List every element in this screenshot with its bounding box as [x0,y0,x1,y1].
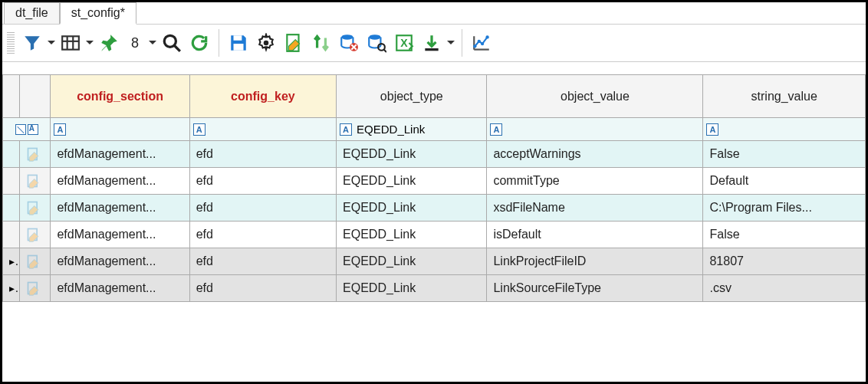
gear-icon[interactable] [253,30,279,56]
col-object-value[interactable]: object_value [487,75,703,118]
col-string-value[interactable]: string_value [703,75,866,118]
cell-string-value[interactable]: False [703,222,866,248]
filter-mode-icon[interactable]: A [54,123,66,136]
rowcount-dropdown[interactable] [148,30,157,56]
cell-string-value[interactable]: C:\Program Files... [703,195,866,222]
edit-row-icon[interactable] [20,168,51,195]
table-row[interactable]: efdManagement...efdEQEDD_LinkacceptWarni… [3,141,866,168]
save-icon[interactable] [225,30,252,56]
filter-mode-icon[interactable]: A [193,123,205,136]
col-config-key[interactable]: config_key [189,75,336,118]
row-count: 8 [123,35,146,51]
sort-icon[interactable] [308,30,334,56]
tab-st-config[interactable]: st_config* [60,2,136,25]
edit-row-icon[interactable] [20,248,51,275]
table-row[interactable]: efdManagement...efdEQEDD_LinkLinkSourceF… [3,275,866,302]
toolbar-grip[interactable] [7,32,15,54]
filter-config-section[interactable] [69,122,186,136]
tab-dt-file[interactable]: dt_file [4,2,60,24]
chart-icon[interactable] [469,30,495,56]
cell-config-section[interactable]: efdManagement... [51,275,189,302]
cell-object-type[interactable]: EQEDD_Link [337,275,487,302]
cell-config-key[interactable]: efd [189,275,336,302]
edit-row-icon[interactable] [20,195,51,222]
edit-row-icon[interactable] [20,141,51,168]
cell-config-key[interactable]: efd [189,222,336,248]
svg-rect-7 [234,44,244,51]
cell-string-value[interactable]: 81807 [703,248,866,275]
cell-object-type[interactable]: EQEDD_Link [337,222,487,248]
cell-string-value[interactable]: .csv [703,275,866,302]
pin-icon[interactable] [96,30,122,56]
filter-object-type[interactable] [355,122,483,136]
cell-config-section[interactable]: efdManagement... [51,141,189,168]
filter-row-handle[interactable] [6,124,47,135]
table-row[interactable]: efdManagement...efdEQEDD_LinkisDefaultFa… [3,222,866,248]
table-row[interactable]: efdManagement...efdEQEDD_LinkLinkProject… [3,248,866,275]
cell-object-value[interactable]: LinkSourceFileType [487,275,703,302]
cell-string-value[interactable]: Default [703,168,866,195]
filter-dropdown[interactable] [47,30,56,56]
cell-object-type[interactable]: EQEDD_Link [337,195,487,222]
svg-line-16 [384,50,386,52]
cell-config-key[interactable]: efd [189,195,336,222]
filter-config-key[interactable] [209,122,333,136]
db-search-icon[interactable] [363,30,390,56]
cell-object-type[interactable]: EQEDD_Link [337,141,487,168]
svg-rect-6 [234,35,242,41]
svg-point-4 [164,35,176,47]
cell-config-key[interactable]: efd [189,248,336,275]
cell-object-value[interactable]: acceptWarnings [487,141,703,168]
cell-object-value[interactable]: xsdFileName [487,195,703,222]
table-row[interactable]: efdManagement...efdEQEDD_LinkxsdFileName… [3,195,866,222]
cell-config-section[interactable]: efdManagement... [51,248,189,275]
cell-object-value[interactable]: isDefault [487,222,703,248]
svg-point-22 [485,35,488,38]
row-handle[interactable] [3,141,20,168]
excel-icon[interactable]: X [391,30,417,56]
header-blank-2 [20,75,51,118]
cell-string-value[interactable]: False [703,141,866,168]
filter-mode-icon[interactable]: A [490,123,502,136]
row-handle[interactable] [3,248,20,275]
col-object-type[interactable]: object_type [337,75,487,118]
search-icon[interactable] [159,30,185,56]
filter-mode-icon[interactable]: A [340,123,352,136]
filter-object-value[interactable] [505,122,699,136]
col-config-section[interactable]: config_section [51,75,189,118]
svg-point-10 [341,34,353,40]
db-delete-icon[interactable] [336,30,362,56]
columns-icon[interactable] [58,30,84,56]
cell-config-section[interactable]: efdManagement... [51,195,189,222]
cell-config-section[interactable]: efdManagement... [51,168,189,195]
filter-mode-icon[interactable]: A [706,123,718,136]
filter-row: A A A A A [3,118,866,141]
svg-rect-0 [62,36,79,49]
window: dt_file st_config* 8 [0,0,868,384]
columns-dropdown[interactable] [85,30,94,56]
svg-point-19 [473,44,476,48]
toolbar-separator [219,29,219,57]
cell-object-type[interactable]: EQEDD_Link [337,248,487,275]
row-handle[interactable] [3,195,20,222]
cell-config-section[interactable]: efdManagement... [51,222,189,248]
refresh-icon[interactable] [186,30,212,56]
svg-point-20 [478,40,481,43]
row-handle[interactable] [3,275,20,302]
row-handle[interactable] [3,222,20,248]
download-dropdown[interactable] [446,30,455,56]
edit-row-icon[interactable] [20,275,51,302]
svg-point-21 [481,42,484,45]
edit-row-icon[interactable] [20,222,51,248]
cell-config-key[interactable]: efd [189,168,336,195]
filter-icon[interactable] [19,30,45,56]
download-icon[interactable] [419,30,445,56]
cell-object-value[interactable]: commitType [487,168,703,195]
cell-object-type[interactable]: EQEDD_Link [337,168,487,195]
filter-string-value[interactable] [722,122,862,136]
cell-config-key[interactable]: efd [189,141,336,168]
edit-doc-icon[interactable] [281,30,307,56]
cell-object-value[interactable]: LinkProjectFileID [487,248,703,275]
table-row[interactable]: efdManagement...efdEQEDD_LinkcommitTypeD… [3,168,866,195]
row-handle[interactable] [3,168,20,195]
